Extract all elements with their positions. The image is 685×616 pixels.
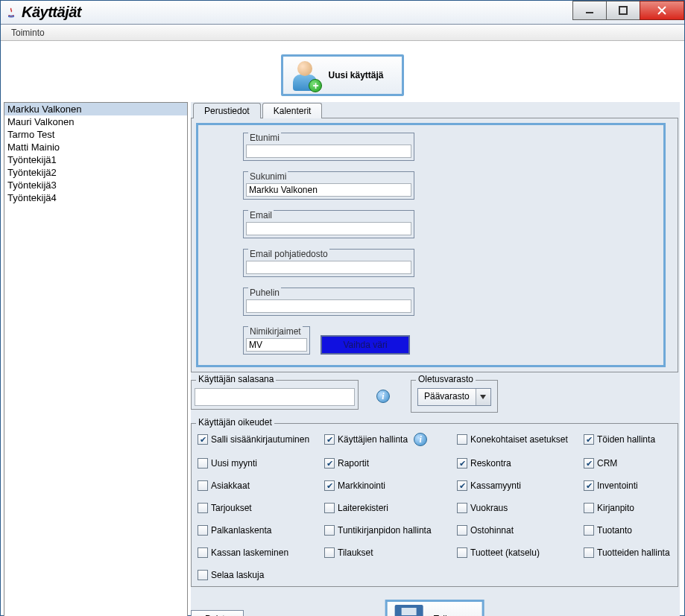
label-emailtpl: Email pohjatiedosto <box>248 249 329 259</box>
permission-item[interactable]: Laiterekisteri <box>324 503 457 513</box>
user-item[interactable]: Työntekijä3 <box>4 179 187 191</box>
permission-label: Käyttäjien hallinta <box>338 434 408 445</box>
permission-item[interactable]: Salli sisäänkirjautuminen <box>198 433 324 446</box>
permission-item[interactable]: Palkanlaskenta <box>198 525 324 536</box>
new-user-button[interactable]: + Uusi käyttäjä <box>281 54 403 96</box>
checkbox[interactable] <box>198 458 208 469</box>
checkbox[interactable] <box>324 525 335 536</box>
checkbox[interactable] <box>324 503 335 513</box>
permission-label: Tuntikirjanpidon hallinta <box>338 525 432 536</box>
permission-item[interactable]: Asiakkaat <box>198 480 324 491</box>
exit-button[interactable]: Poistu <box>191 610 244 616</box>
tab-kalenterit[interactable]: Kalenterit <box>262 103 323 118</box>
user-item[interactable]: Työntekijä4 <box>4 191 187 204</box>
input-lastname[interactable] <box>246 183 411 197</box>
label-email: Email <box>248 210 274 220</box>
checkbox[interactable] <box>198 503 208 513</box>
input-emailtpl[interactable] <box>246 261 411 274</box>
permission-item[interactable]: Ostohinnat <box>457 525 584 536</box>
checkbox[interactable] <box>324 480 335 491</box>
label-initials: Nimikirjaimet <box>248 326 303 337</box>
checkbox[interactable] <box>457 458 467 469</box>
permission-item[interactable]: Käyttäjien hallintai <box>324 433 457 446</box>
info-icon[interactable]: i <box>376 390 390 403</box>
user-item[interactable]: Työntekijä2 <box>4 166 187 179</box>
basic-info-group: Etunimi Sukunimi Email Email pohjat <box>196 123 666 367</box>
input-email[interactable] <box>246 222 411 235</box>
permission-item[interactable]: Töiden hallinta <box>584 433 685 446</box>
checkbox[interactable] <box>584 458 594 469</box>
checkbox[interactable] <box>198 547 208 558</box>
permission-item[interactable]: Tarjoukset <box>198 503 324 513</box>
user-item[interactable]: Matti Mainio <box>4 141 187 153</box>
checkbox[interactable] <box>198 570 208 580</box>
checkbox[interactable] <box>198 525 208 536</box>
checkbox[interactable] <box>457 503 467 513</box>
permission-item[interactable]: Uusi myynti <box>198 458 324 469</box>
permission-item[interactable]: CRM <box>584 458 685 469</box>
checkbox[interactable] <box>324 434 335 445</box>
minimize-button[interactable] <box>572 1 607 20</box>
user-item[interactable]: Mauri Valkonen <box>4 115 187 128</box>
field-email: Email <box>243 210 414 238</box>
input-firstname[interactable] <box>246 145 411 158</box>
permission-item[interactable]: Tilaukset <box>324 547 457 558</box>
window-title: Käyttäjät <box>22 4 81 21</box>
permission-item[interactable]: Tuotteet (katselu) <box>457 547 584 558</box>
label-permissions: Käyttäjän oikeudet <box>196 417 274 428</box>
permission-item[interactable]: Tuotteiden hallinta <box>584 547 685 558</box>
permission-item[interactable]: Reskontra <box>457 458 584 469</box>
user-item[interactable]: Työntekijä1 <box>4 153 187 166</box>
checkbox[interactable] <box>584 434 594 445</box>
checkbox[interactable] <box>457 547 467 558</box>
permission-item[interactable]: Selaa laskuja <box>198 570 324 580</box>
field-firstname: Etunimi <box>243 133 414 161</box>
permission-label: Asiakkaat <box>211 480 250 491</box>
checkbox[interactable] <box>324 547 335 558</box>
checkbox[interactable] <box>324 458 335 469</box>
close-button[interactable] <box>640 1 684 20</box>
checkbox[interactable] <box>198 480 208 491</box>
user-list[interactable]: Markku ValkonenMauri ValkonenTarmo TestM… <box>4 102 188 616</box>
permission-label: Raportit <box>338 458 369 469</box>
permission-item[interactable]: Vuokraus <box>457 503 584 513</box>
input-initials[interactable] <box>246 338 307 352</box>
warehouse-combo[interactable]: Päävarasto <box>417 388 491 406</box>
user-item[interactable]: Markku Valkonen <box>4 103 187 115</box>
info-icon[interactable]: i <box>414 433 427 446</box>
checkbox[interactable] <box>457 525 467 536</box>
permission-item[interactable]: Tuotanto <box>584 525 685 536</box>
permission-item[interactable]: Kassamyynti <box>457 480 584 491</box>
save-icon <box>395 605 423 616</box>
permission-item[interactable]: Tuntikirjanpidon hallinta <box>324 525 457 536</box>
checkbox[interactable] <box>584 547 594 558</box>
permission-item[interactable]: Kassan laskeminen <box>198 547 324 558</box>
permission-item[interactable]: Konekohtaiset asetukset <box>457 433 584 446</box>
permission-label: Tuotteet (katselu) <box>470 547 540 558</box>
input-phone[interactable] <box>246 299 411 313</box>
user-item[interactable]: Tarmo Test <box>4 128 187 141</box>
window: Käyttäjät Toiminto + Uusi käyttäjä <box>0 0 685 616</box>
change-color-button[interactable]: Vaihda väri <box>321 335 410 355</box>
window-controls <box>573 1 684 20</box>
permission-item[interactable]: Raportit <box>324 458 457 469</box>
input-password[interactable] <box>195 388 355 406</box>
permission-label: Ostohinnat <box>470 525 514 536</box>
checkbox[interactable] <box>584 480 594 491</box>
maximize-button[interactable] <box>606 1 640 20</box>
checkbox[interactable] <box>457 480 467 491</box>
label-lastname: Sukunimi <box>248 171 288 182</box>
checkbox[interactable] <box>584 525 594 536</box>
permission-item[interactable]: Inventointi <box>584 480 685 491</box>
checkbox[interactable] <box>584 503 594 513</box>
field-emailtpl: Email pohjatiedosto <box>243 249 414 277</box>
checkbox[interactable] <box>198 434 208 445</box>
permission-label: Inventointi <box>597 480 638 491</box>
save-button[interactable]: Tallenna <box>385 600 484 616</box>
checkbox[interactable] <box>457 434 467 445</box>
warehouse-group: Oletusvarasto Päävarasto <box>411 380 498 413</box>
permission-item[interactable]: Kirjanpito <box>584 503 685 513</box>
tab-perustiedot[interactable]: Perustiedot <box>193 103 261 118</box>
permission-item[interactable]: Markkinointi <box>324 480 457 491</box>
menu-toiminto[interactable]: Toiminto <box>5 26 51 39</box>
